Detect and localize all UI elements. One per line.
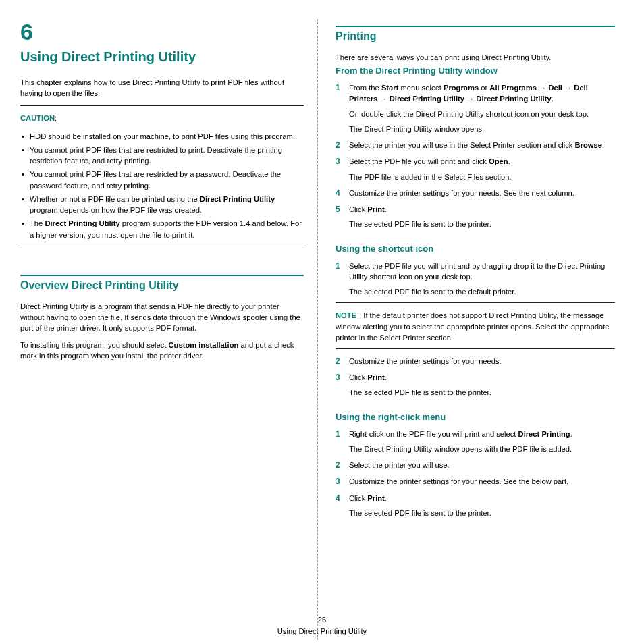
list-item: You cannot print PDF files that are rest… bbox=[20, 144, 304, 166]
step: From the Start menu select Programs or A… bbox=[336, 82, 615, 134]
paragraph: Direct Printing Utility is a program tha… bbox=[20, 301, 304, 334]
paragraph: There are several ways you can print usi… bbox=[336, 52, 615, 63]
separator bbox=[20, 246, 304, 246]
step: Select the printer you will use. bbox=[336, 460, 615, 471]
steps-window: From the Start menu select Programs or A… bbox=[336, 82, 615, 230]
section-title-printing: Printing bbox=[336, 30, 615, 43]
step: Customize the printer settings for your … bbox=[336, 356, 615, 367]
separator bbox=[336, 348, 615, 349]
chapter-number: 6 bbox=[20, 19, 304, 45]
section-title-overview: Overview Direct Printing Utility bbox=[20, 279, 304, 292]
separator bbox=[336, 302, 615, 303]
caution-label: CAUTION bbox=[20, 114, 55, 122]
step: Customize the printer settings for your … bbox=[336, 476, 615, 487]
section-rule bbox=[20, 275, 304, 276]
steps-shortcut: Select the PDF file you will print and b… bbox=[336, 261, 615, 298]
step: Select the PDF file you will print and c… bbox=[336, 156, 615, 182]
subheading-window: From the Direct Printing Utility window bbox=[336, 65, 615, 76]
subheading-rightclick: Using the right-click menu bbox=[336, 412, 615, 422]
page-number: 26 bbox=[0, 614, 644, 626]
separator bbox=[20, 105, 304, 106]
chapter-intro: This chapter explains how to use Direct … bbox=[20, 77, 304, 99]
steps-shortcut-cont: Customize the printer settings for your … bbox=[336, 356, 615, 398]
caution-list: HDD should be installed on your machine,… bbox=[20, 131, 304, 240]
step: Customize the printer settings for your … bbox=[336, 188, 615, 198]
list-item: Whether or not a PDF file can be printed… bbox=[20, 194, 304, 215]
list-item: The Direct Printing Utility program supp… bbox=[20, 218, 304, 240]
step: Right-click on the PDF file you will pri… bbox=[336, 429, 615, 454]
steps-rightclick: Right-click on the PDF file you will pri… bbox=[336, 429, 615, 518]
page-footer: 26 Using Direct Printing Utility bbox=[0, 614, 644, 637]
note: NOTE: If the default printer does not su… bbox=[336, 310, 615, 343]
list-item: HDD should be installed on your machine,… bbox=[20, 131, 304, 142]
step: Click Print. The selected PDF file is se… bbox=[336, 204, 615, 230]
list-item: You cannot print PDF files that are rest… bbox=[20, 169, 304, 190]
step: Select the printer you will use in the S… bbox=[336, 140, 615, 151]
step: Click Print. The selected PDF file is se… bbox=[336, 493, 615, 518]
subheading-shortcut: Using the shortcut icon bbox=[336, 244, 615, 254]
step: Select the PDF file you will print and b… bbox=[336, 261, 615, 298]
chapter-title: Using Direct Printing Utility bbox=[20, 49, 304, 65]
paragraph: To installing this program, you should s… bbox=[20, 340, 304, 361]
section-rule bbox=[336, 26, 615, 27]
step: Click Print. The selected PDF file is se… bbox=[336, 372, 615, 398]
page-footer-text: Using Direct Printing Utility bbox=[0, 626, 644, 637]
